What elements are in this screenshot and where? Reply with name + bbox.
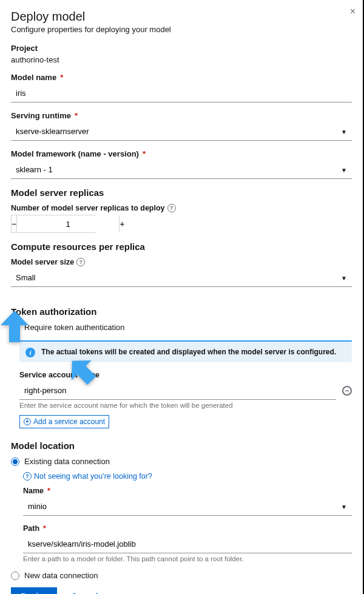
svc-helper: Enter the service account name for which…	[19, 402, 352, 409]
path-input[interactable]	[23, 535, 352, 553]
replicas-minus-button[interactable]: −	[12, 215, 17, 232]
existing-conn-radio-row[interactable]: Existing data connection	[11, 457, 352, 466]
project-value: authorino-test	[11, 55, 352, 64]
new-conn-label: New data connection	[24, 571, 98, 580]
project-label: Project	[11, 44, 352, 53]
new-conn-radio[interactable]	[11, 572, 19, 580]
token-checkbox[interactable]	[11, 323, 19, 332]
token-info-box: i The actual tokens will be created and …	[19, 340, 352, 362]
svc-name-label: Service account name	[19, 371, 352, 379]
path-helper: Enter a path to a model or folder. This …	[23, 555, 352, 562]
close-icon[interactable]: ×	[350, 6, 356, 17]
runtime-label: Serving runtime*	[11, 111, 352, 120]
help-icon: ?	[23, 472, 32, 481]
plus-icon: +	[24, 418, 31, 425]
replicas-label: Number of model server replicas to deplo…	[11, 204, 352, 212]
server-size-select[interactable]	[11, 269, 352, 287]
replicas-input[interactable]	[17, 215, 119, 232]
token-heading: Token authorization	[11, 306, 352, 317]
server-size-label: Model server size ?	[11, 258, 352, 266]
replicas-heading: Model server replicas	[11, 187, 352, 198]
existing-conn-radio[interactable]	[11, 457, 19, 466]
runtime-select[interactable]	[11, 123, 352, 141]
svc-name-input[interactable]	[19, 382, 336, 400]
modal-subtitle: Configure properties for deploying your …	[11, 25, 352, 34]
cancel-button[interactable]: Cancel	[72, 592, 98, 594]
location-heading: Model location	[11, 440, 352, 451]
deploy-button[interactable]: Deploy	[11, 587, 57, 594]
not-seeing-link[interactable]: ? Not seeing what you're looking for?	[23, 472, 152, 481]
add-svc-button[interactable]: + Add a service account	[19, 415, 109, 428]
existing-conn-label: Existing data connection	[24, 457, 110, 466]
replicas-plus-button[interactable]: +	[119, 215, 124, 232]
token-checkbox-label: Require token authentication	[24, 323, 125, 332]
replicas-stepper: − +	[11, 215, 96, 233]
model-name-label: Model name*	[11, 73, 352, 82]
conn-name-select[interactable]	[23, 498, 352, 516]
help-icon[interactable]: ?	[167, 204, 176, 212]
conn-name-label: Name*	[23, 487, 352, 495]
compute-heading: Compute resources per replica	[11, 241, 352, 252]
token-checkbox-row[interactable]: Require token authentication	[11, 323, 352, 332]
model-name-input[interactable]	[11, 84, 352, 103]
framework-label: Model framework (name - version)*	[11, 149, 352, 158]
remove-svc-button[interactable]: −	[342, 386, 352, 396]
path-label: Path*	[23, 524, 352, 533]
framework-select[interactable]	[11, 161, 352, 179]
info-icon: i	[25, 348, 35, 357]
help-icon[interactable]: ?	[76, 258, 85, 266]
modal-title: Deploy model	[11, 10, 352, 24]
new-conn-radio-row[interactable]: New data connection	[11, 571, 352, 580]
